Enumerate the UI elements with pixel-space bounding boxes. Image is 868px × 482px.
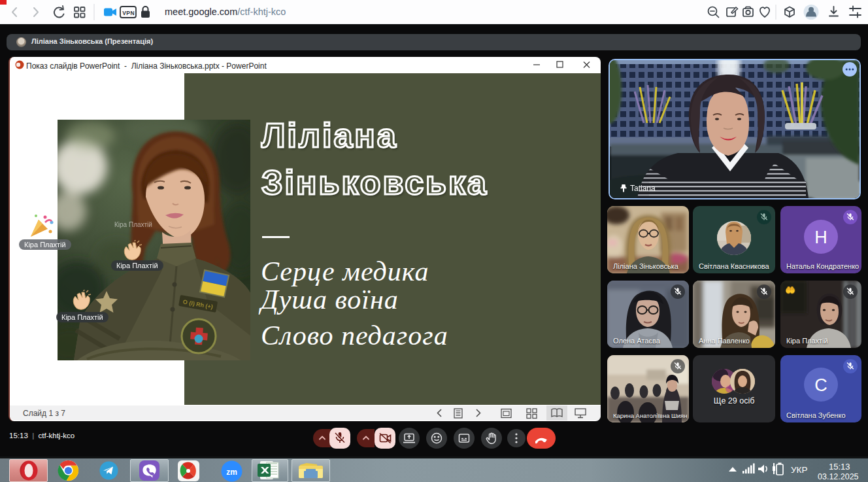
svg-text:Н: Н bbox=[814, 228, 827, 247]
svg-text:zm: zm bbox=[226, 468, 237, 477]
svg-text:Tatiana: Tatiana bbox=[630, 184, 656, 193]
svg-text:УКР: УКР bbox=[791, 465, 807, 475]
svg-text:03.12.2025: 03.12.2025 bbox=[818, 472, 859, 481]
svg-text:VPN: VPN bbox=[122, 10, 135, 16]
svg-text:15:13: 15:13 bbox=[829, 462, 850, 472]
svg-text:С: С bbox=[814, 375, 827, 395]
